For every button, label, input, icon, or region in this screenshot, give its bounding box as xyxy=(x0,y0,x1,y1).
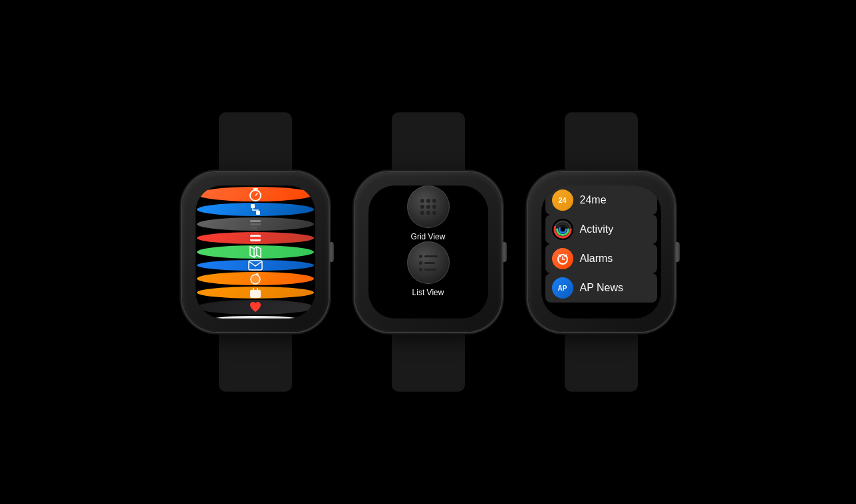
app-workflow[interactable] xyxy=(197,203,314,216)
app-health[interactable] xyxy=(197,300,314,315)
list-item-activity[interactable]: Activity xyxy=(545,215,657,244)
band-top-2 xyxy=(392,112,465,172)
app-name-alarms: Alarms xyxy=(580,253,613,265)
crown-1 xyxy=(329,242,334,262)
app-mail[interactable] xyxy=(197,260,314,271)
watch-screen-picker: Grid View xyxy=(368,186,488,318)
crown-2 xyxy=(501,242,507,262)
watch-body-1: 15 xyxy=(182,172,329,332)
svg-line-3 xyxy=(255,193,257,195)
list-item-alarms[interactable]: Alarms xyxy=(545,244,657,273)
app-name-24me: 24me xyxy=(580,194,607,206)
app-orange[interactable] xyxy=(197,272,314,285)
menu-option-list[interactable]: List View xyxy=(368,241,488,297)
band-top-1 xyxy=(219,112,292,172)
list-icon xyxy=(419,255,438,271)
app-clock[interactable] xyxy=(197,316,314,318)
list-item-ap-news[interactable]: AP AP News xyxy=(545,273,657,303)
watch-picker: Grid View xyxy=(355,112,501,392)
app-name-ap-news: AP News xyxy=(580,282,624,294)
band-bottom-1 xyxy=(219,332,292,392)
watch-body-3: 24 24me xyxy=(528,172,674,332)
icon-activity xyxy=(552,219,573,240)
band-bottom-2 xyxy=(392,332,465,392)
svg-rect-10 xyxy=(250,237,261,239)
list-view-label: List View xyxy=(412,288,444,297)
activity-rings-icon xyxy=(553,220,572,239)
svg-rect-14 xyxy=(249,261,262,270)
icon-ap-news: AP xyxy=(552,277,573,299)
menu-option-grid[interactable]: Grid View xyxy=(368,186,488,241)
watch-body-2: Grid View xyxy=(355,172,501,332)
grid-dots-icon xyxy=(420,199,436,215)
app-passbook[interactable] xyxy=(197,232,314,244)
svg-marker-11 xyxy=(250,247,261,257)
app-timer[interactable] xyxy=(197,187,314,201)
grid-view-button[interactable] xyxy=(407,186,450,228)
svg-rect-8 xyxy=(250,227,257,229)
band-top-3 xyxy=(565,112,638,172)
svg-rect-6 xyxy=(250,220,261,222)
svg-rect-17 xyxy=(253,288,254,291)
watch-list: 24 24me xyxy=(528,112,674,392)
crown-3 xyxy=(674,242,680,262)
svg-rect-16 xyxy=(250,290,261,298)
svg-point-15 xyxy=(251,275,260,284)
watch-screen-list: 24 24me xyxy=(541,186,661,318)
svg-rect-4 xyxy=(251,204,255,208)
svg-rect-18 xyxy=(257,288,258,291)
svg-rect-5 xyxy=(256,211,260,215)
svg-point-19 xyxy=(249,317,261,318)
list-view-button[interactable] xyxy=(407,241,450,284)
band-bottom-3 xyxy=(565,332,638,392)
watch-screen-grid: 15 xyxy=(196,186,315,318)
app-misc[interactable] xyxy=(197,217,314,231)
app-maps[interactable] xyxy=(197,245,314,259)
watch-grid: 15 xyxy=(182,112,329,392)
icon-alarms xyxy=(552,248,573,269)
icon-24me: 24 xyxy=(552,189,573,211)
svg-rect-7 xyxy=(250,223,261,225)
app-orange2[interactable] xyxy=(197,287,314,299)
grid-view-label: Grid View xyxy=(411,232,446,241)
alarms-icon-svg xyxy=(556,252,569,265)
app-name-activity: Activity xyxy=(580,223,614,235)
list-item-24me[interactable]: 24 24me xyxy=(545,186,657,215)
